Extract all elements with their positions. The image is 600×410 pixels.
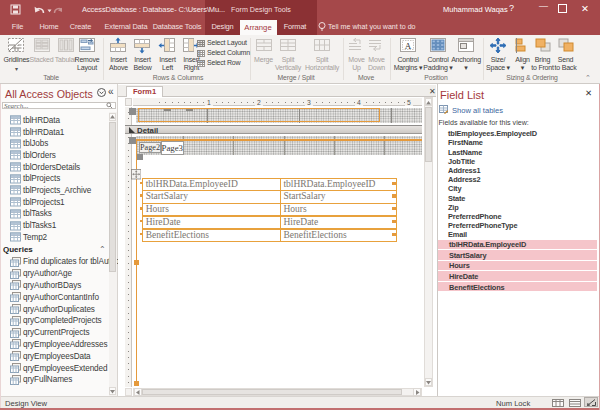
svg-text:A: A: [405, 41, 412, 51]
